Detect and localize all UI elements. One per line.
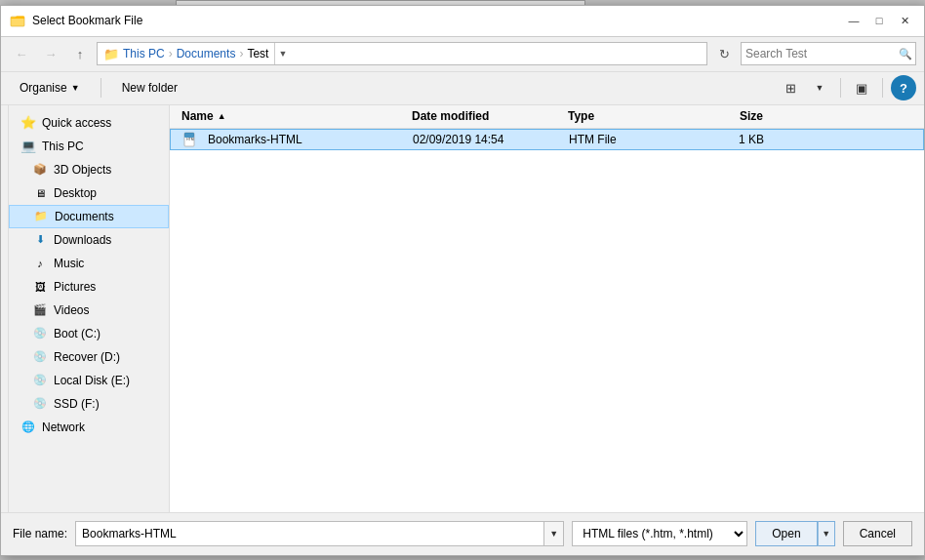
- sidebar-item-3d-objects[interactable]: 📦 3D Objects: [9, 158, 169, 181]
- breadcrumb-path1[interactable]: Documents: [177, 47, 236, 60]
- refresh-button[interactable]: ↻: [711, 41, 737, 66]
- sidebar-item-ssd-f[interactable]: 💿 SSD (F:): [9, 392, 169, 416]
- 3d-objects-icon: 📦: [32, 162, 48, 178]
- search-icon-button[interactable]: 🔍: [896, 43, 915, 64]
- dialog-title: Select Bookmark File: [32, 14, 842, 27]
- local-e-icon: 💿: [32, 373, 48, 388]
- sidebar-item-label-documents: Documents: [55, 210, 114, 223]
- svg-text:HTM: HTM: [186, 137, 194, 140]
- quick-access-icon: ⭐: [20, 115, 36, 131]
- view-options-button[interactable]: ⊞: [778, 75, 803, 100]
- downloads-icon: ⬇: [32, 232, 48, 248]
- file-type-cell: HTM File: [569, 133, 686, 146]
- bottom-bar: File name: ▼ HTML files (*.htm, *.html) …: [1, 512, 924, 555]
- sidebar-item-label-pictures: Pictures: [54, 280, 96, 294]
- sidebar-scroll-indicator: [1, 105, 9, 512]
- col-sort-asc-icon: ▲: [218, 111, 226, 121]
- filename-dropdown-button[interactable]: ▼: [544, 521, 564, 546]
- sidebar-item-label-recover-d: Recover (D:): [54, 350, 120, 364]
- sidebar-item-label-ssd-f: SSD (F:): [54, 397, 100, 411]
- open-dropdown-button[interactable]: ▼: [818, 521, 835, 546]
- col-name-label: Name: [181, 109, 214, 123]
- action-buttons: Open ▼ Cancel: [755, 521, 912, 546]
- sidebar-item-local-e[interactable]: 💿 Local Disk (E:): [9, 369, 169, 392]
- filename-input[interactable]: [75, 521, 544, 546]
- breadcrumb-sep2: ›: [239, 47, 243, 60]
- help-button[interactable]: ?: [891, 75, 916, 100]
- sidebar-item-label-local-e: Local Disk (E:): [54, 374, 130, 387]
- sidebar-item-desktop[interactable]: 🖥 Desktop: [9, 181, 169, 205]
- title-bar-controls: — □ ✕: [842, 11, 916, 30]
- sidebar-item-label-downloads: Downloads: [54, 233, 111, 247]
- organise-dropdown-icon: ▼: [71, 83, 80, 93]
- sidebar-item-label-music: Music: [54, 257, 84, 270]
- col-header-date[interactable]: Date modified: [412, 109, 568, 123]
- preview-pane-icon: ▣: [856, 81, 867, 96]
- sidebar-item-network[interactable]: 🌐 Network: [9, 416, 169, 439]
- forward-button[interactable]: →: [38, 41, 63, 66]
- toolbar-separator2: [840, 78, 841, 98]
- toolbar-separator3: [882, 78, 883, 98]
- sidebar-item-pictures[interactable]: 🖼 Pictures: [9, 275, 169, 299]
- sidebar-item-documents[interactable]: 📁 Documents: [9, 205, 169, 228]
- sidebar-item-this-pc[interactable]: 💻 This PC: [9, 135, 169, 158]
- new-folder-button[interactable]: New folder: [111, 75, 188, 100]
- search-box: 🔍: [741, 42, 916, 65]
- dialog-icon: [9, 12, 26, 29]
- sidebar-item-music[interactable]: ♪ Music: [9, 252, 169, 275]
- search-input[interactable]: [742, 43, 896, 64]
- sidebar-item-label-boot-c: Boot (C:): [54, 327, 101, 340]
- documents-icon: 📁: [33, 209, 49, 224]
- breadcrumb-dropdown-button[interactable]: ▼: [274, 43, 290, 64]
- boot-c-icon: 💿: [32, 326, 48, 341]
- file-list: HTM Bookmarks-HTML 02/09/2019 14:54 HTM …: [170, 129, 924, 512]
- sidebar-item-label-quick-access: Quick access: [42, 116, 111, 130]
- toolbar-separator: [101, 78, 101, 98]
- videos-icon: 🎬: [32, 302, 48, 318]
- preview-pane-button[interactable]: ▣: [849, 75, 874, 100]
- up-button[interactable]: ↑: [67, 41, 93, 66]
- breadcrumb-root[interactable]: This PC: [123, 47, 165, 60]
- sidebar-item-boot-c[interactable]: 💿 Boot (C:): [9, 322, 169, 345]
- nav-bar: ← → ↑ 📁 This PC › Documents › Test ▼ ↻ 🔍: [1, 37, 924, 72]
- organise-button[interactable]: Organise ▼: [9, 75, 91, 100]
- filetype-select[interactable]: HTML files (*.htm, *.html) All files (*.…: [572, 521, 747, 546]
- col-header-name[interactable]: Name ▲: [178, 109, 412, 123]
- sidebar-scroll-area: ⭐ Quick access 💻 This PC 📦 3D Objects 🖥 …: [1, 105, 170, 512]
- music-icon: ♪: [32, 256, 48, 271]
- sidebar-item-label-network: Network: [42, 420, 85, 434]
- col-header-size[interactable]: Size: [685, 109, 763, 123]
- sidebar-item-label-videos: Videos: [54, 303, 89, 317]
- view-grid-icon: ⊞: [785, 81, 796, 96]
- cancel-button[interactable]: Cancel: [843, 521, 912, 546]
- file-size-cell: 1 KB: [686, 133, 764, 146]
- sidebar-item-quick-access[interactable]: ⭐ Quick access: [9, 111, 169, 135]
- sidebar: ⭐ Quick access 💻 This PC 📦 3D Objects 🖥 …: [9, 105, 170, 512]
- col-header-type[interactable]: Type: [568, 109, 685, 123]
- back-button[interactable]: ←: [9, 41, 34, 66]
- select-bookmark-file-dialog: Select Bookmark File — □ ✕ ← → ↑ 📁 This …: [0, 5, 925, 556]
- filename-input-wrapper: ▼: [75, 521, 564, 546]
- toolbar-right: ⊞ ▼ ▣ ?: [778, 75, 916, 100]
- sidebar-item-videos[interactable]: 🎬 Videos: [9, 299, 169, 322]
- close-button[interactable]: ✕: [893, 11, 916, 30]
- content-area: ⭐ Quick access 💻 This PC 📦 3D Objects 🖥 …: [1, 105, 924, 512]
- file-icon: HTM: [182, 132, 200, 147]
- filename-label: File name:: [13, 527, 67, 540]
- open-button[interactable]: Open: [755, 521, 817, 546]
- view-dropdown-button[interactable]: ▼: [807, 75, 832, 100]
- ssd-f-icon: 💿: [32, 396, 48, 412]
- sidebar-item-downloads[interactable]: ⬇ Downloads: [9, 228, 169, 252]
- desktop-icon: 🖥: [32, 185, 48, 201]
- breadcrumb-sep1: ›: [169, 47, 173, 60]
- file-row-bookmarks-html[interactable]: HTM Bookmarks-HTML 02/09/2019 14:54 HTM …: [170, 129, 924, 150]
- breadcrumb-path2: Test: [247, 47, 268, 60]
- file-list-header: Name ▲ Date modified Type Size: [170, 105, 924, 129]
- breadcrumb: 📁 This PC › Documents › Test ▼: [97, 42, 707, 65]
- file-name-cell: HTM Bookmarks-HTML: [179, 132, 413, 147]
- minimize-button[interactable]: —: [842, 11, 865, 30]
- sidebar-item-recover-d[interactable]: 💿 Recover (D:): [9, 345, 169, 369]
- maximize-button[interactable]: □: [867, 11, 891, 30]
- sidebar-item-label-3d-objects: 3D Objects: [54, 163, 111, 177]
- file-date-cell: 02/09/2019 14:54: [413, 133, 569, 146]
